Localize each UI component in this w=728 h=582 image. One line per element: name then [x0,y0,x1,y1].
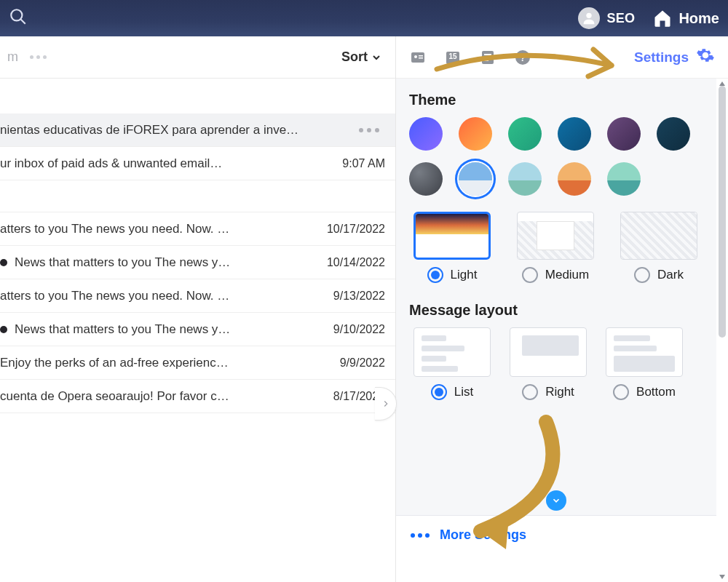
theme-swatch-graphite[interactable] [409,162,443,196]
email-subject: News that matters to you The news y… [0,322,333,337]
svg-line-1 [20,19,25,24]
theme-swatch-midnight[interactable] [657,117,690,151]
layout-option-list[interactable]: List [414,327,491,400]
email-time: 10/17/2022 [327,223,385,236]
settings-label: Settings [634,49,689,65]
email-row[interactable]: News that matters to you The news y…10/1… [0,246,395,279]
layout-heading: Message layout [409,302,706,319]
layout-options: ListRightBottom [409,327,706,400]
layout-option-bottom[interactable]: Bottom [606,327,683,400]
help-icon[interactable]: ? [514,49,531,66]
svg-rect-10 [484,57,491,58]
density-option-medium[interactable]: Medium [517,212,594,283]
email-time: 9/10/2022 [333,323,385,336]
panel-body: Theme LightMediumDark Message layout Lis… [396,79,728,515]
email-row[interactable]: News that matters to you The news y…9/10… [0,313,395,346]
row-more-icon[interactable] [359,128,379,132]
email-row[interactable]: atters to you The news you need. Now. …9… [0,279,395,313]
theme-swatch-desert-photo[interactable] [558,162,591,196]
svg-marker-15 [719,575,725,579]
account-glyph[interactable]: m [7,49,18,65]
top-nav: SEO Home [0,0,728,36]
email-row[interactable]: atters to you The news you need. Now. …1… [0,212,395,246]
theme-swatch-mountain-photo[interactable] [459,162,492,196]
radio-icon [431,384,447,400]
email-time: 9/13/2022 [333,290,385,303]
layout-label: Bottom [636,385,676,399]
calendar-day: 15 [444,52,462,60]
layout-option-right[interactable]: Right [510,327,587,400]
radio-icon [613,384,629,400]
svg-rect-5 [419,55,423,57]
calendar-icon[interactable]: 15 [444,49,462,66]
email-subject: nientas educativas de iFOREX para aprend… [0,123,359,137]
theme-swatch-emerald[interactable] [508,117,542,151]
more-settings-link[interactable]: More Settings [411,527,526,543]
email-time: 10/14/2022 [327,256,385,269]
radio-icon [522,267,538,283]
email-subject: cuenta de Opera seoaraujo! Por favor c… [0,389,333,404]
email-subject: ur inbox of paid ads & unwanted email… [0,156,342,171]
radio-icon [522,384,538,400]
scrollbar[interactable] [716,79,728,582]
more-icon[interactable] [30,55,47,59]
search-icon[interactable] [9,7,28,29]
more-icon [411,533,430,538]
panel-footer: More Settings [396,515,728,582]
theme-swatch-island-photo[interactable] [607,162,641,196]
email-time: 9:07 AM [342,157,385,170]
sort-button[interactable]: Sort [341,49,382,65]
expand-button[interactable] [546,490,566,511]
email-list-pane: m Sort nientas educativas de iFOREX para… [0,36,396,582]
settings-panel: 15 ? Settings Theme LightMediumDark Mess… [396,36,728,582]
email-row[interactable]: nientas educativas de iFOREX para aprend… [0,113,395,147]
email-time: 9/9/2022 [340,356,385,370]
density-label: Light [451,268,478,282]
density-label: Medium [545,268,589,282]
theme-swatch-teal[interactable] [558,117,591,151]
email-row[interactable]: ur inbox of paid ads & unwanted email…9:… [0,147,395,180]
list-header: m Sort [0,36,395,79]
panel-toolbar: 15 ? Settings [396,36,728,79]
radio-icon [634,267,650,283]
email-subject: Enjoy the perks of an ad-free experienc… [0,356,340,370]
settings-link[interactable]: Settings [634,46,715,68]
home-label: Home [678,10,719,27]
svg-rect-11 [484,60,488,61]
email-subject: atters to you The news you need. Now. … [0,289,333,303]
svg-point-4 [414,55,417,58]
theme-swatch-violet[interactable] [409,117,443,151]
email-subject: atters to you The news you need. Now. … [0,222,327,236]
theme-swatches-row2 [409,162,706,196]
theme-heading: Theme [409,92,706,108]
theme-swatch-car-photo[interactable] [508,162,542,196]
theme-swatches-row1 [409,117,706,151]
email-row[interactable]: Enjoy the perks of an ad-free experienc…… [0,346,395,380]
home-icon [652,8,673,28]
gear-icon [696,46,715,68]
home-link[interactable]: Home [652,8,719,28]
svg-marker-14 [719,81,725,86]
layout-label: List [454,385,473,399]
more-settings-label: More Settings [440,527,526,543]
theme-swatch-plum[interactable] [607,117,641,151]
email-subject: News that matters to you The news y… [0,255,327,270]
density-option-dark[interactable]: Dark [620,212,697,283]
radio-icon [427,267,443,283]
density-options: LightMediumDark [409,212,706,283]
svg-rect-9 [484,54,491,55]
svg-point-0 [11,9,22,20]
email-row[interactable]: cuenta de Opera seoaraujo! Por favor c…8… [0,380,395,413]
density-label: Dark [657,268,684,282]
notepad-icon[interactable] [479,49,496,66]
svg-rect-6 [419,57,423,59]
theme-swatch-sunset[interactable] [459,117,492,151]
avatar[interactable] [578,7,600,29]
user-label: SEO [607,11,636,26]
chevron-down-icon [371,52,382,63]
contacts-icon[interactable] [409,49,427,66]
layout-label: Right [545,385,574,399]
sort-label: Sort [341,49,368,65]
density-option-light[interactable]: Light [414,212,491,283]
email-list[interactable]: nientas educativas de iFOREX para aprend… [0,79,395,413]
